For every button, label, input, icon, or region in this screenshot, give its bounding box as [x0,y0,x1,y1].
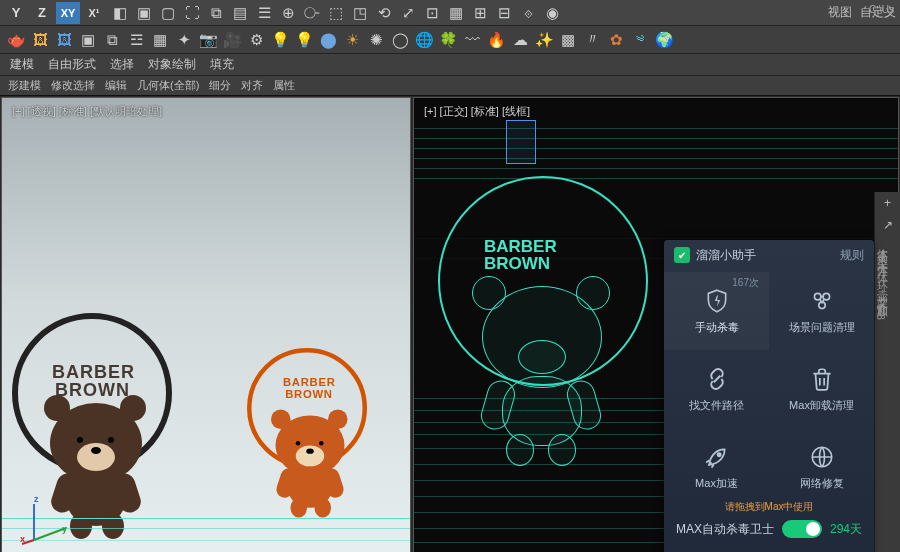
ribbon-group[interactable]: 形建模 [8,78,41,93]
sphere-icon[interactable]: ◯ [389,29,411,51]
tool-icon[interactable]: ☰ [253,2,275,24]
ribbon-group[interactable]: 对齐 [241,78,263,93]
panel-label: 类型 [875,244,890,252]
tool-icon[interactable]: ◉ [541,2,563,24]
camera-icon[interactable]: 📷 [197,29,219,51]
leaf-icon[interactable]: 🍀 [437,29,459,51]
wind-icon[interactable]: ༄ [629,29,651,51]
panel-item-scan[interactable]: 167次 手动杀毒 [664,272,769,350]
wire-label: BARBERBROWN [484,238,557,272]
tool-icon[interactable]: ⟐ [517,2,539,24]
tool-icon[interactable]: ⤢ [397,2,419,24]
star-icon[interactable]: ✺ [365,29,387,51]
tool-icon[interactable]: ▢ [157,2,179,24]
days-count: 294天 [830,521,862,538]
sphere-icon[interactable]: ⬤ [317,29,339,51]
layers-icon[interactable]: ☲ [125,29,147,51]
panel-title: 溜溜小助手 [696,247,756,264]
rocket-icon [704,444,730,470]
ribbon-tab[interactable]: 选择 [110,56,134,73]
ribbon-tab[interactable]: 对象绘制 [148,56,196,73]
panel-label: 6-8 [875,300,887,324]
axis-z-button[interactable]: Z [30,2,54,24]
panel-item-scene-clean[interactable]: 场景问题清理 [769,272,874,350]
tool-icon[interactable]: ▣ [133,2,155,24]
tool-icon[interactable]: ⧉ [205,2,227,24]
settings-icon[interactable]: ⚙ [245,29,267,51]
grid-icon[interactable]: ▦ [149,29,171,51]
image-icon[interactable]: 🖼 [29,29,51,51]
ribbon-group[interactable]: 细分 [209,78,231,93]
scan-count: 167次 [732,276,759,290]
panel-label: 体 [875,260,890,268]
tool-icon[interactable]: ⊡ [421,2,443,24]
tool-icon[interactable]: ⊟ [493,2,515,24]
link-icon [704,366,730,392]
world-icon[interactable]: 🌐 [413,29,435,51]
rules-link[interactable]: 规则 [840,247,864,264]
flower-icon[interactable]: ✿ [605,29,627,51]
trash-icon [809,366,835,392]
tool-icon[interactable]: ⟲ [373,2,395,24]
viewports: [+] [透视] [标准] [默认明暗处理] BARBERBROWN BARBE… [0,96,900,552]
effects-icon[interactable]: ✦ [173,29,195,51]
ribbon-group[interactable]: 修改选择 [51,78,95,93]
panel-label: 本体 [875,236,890,244]
tool-icon[interactable]: ▤ [229,2,251,24]
panel-label: 型文 [875,284,890,292]
ribbon-tab[interactable]: 填充 [210,56,234,73]
panel-item-find-path[interactable]: 找文件路径 [664,350,769,428]
axis-xi-button[interactable]: X¹ [82,2,106,24]
ribbon-group[interactable]: 属性 [273,78,295,93]
tool-icon[interactable]: ⧃ [301,2,323,24]
tool-icon[interactable]: ⛶ [181,2,203,24]
ribbon-tab[interactable]: 自由形式 [48,56,96,73]
wave-icon[interactable]: 〰 [461,29,483,51]
tool-icon[interactable]: ▦ [445,2,467,24]
light-icon[interactable]: 💡 [269,29,291,51]
sparkle-icon[interactable]: ✨ [533,29,555,51]
cubes-icon[interactable]: ⧉ [101,29,123,51]
ribbon-group[interactable]: 几何体(全部) [137,78,199,93]
shield-icon: ✔ [674,247,690,263]
blueprint-icon [506,120,536,164]
panel-item-uninstall[interactable]: Max卸载清理 [769,350,874,428]
command-panel: + ↗ 本体 类型 方体 体 环 壶 型文 和颜 6-8 [874,192,900,552]
pattern-icon[interactable]: ▩ [557,29,579,51]
slash-icon[interactable]: 〃 [581,29,603,51]
bolt-shield-icon [704,288,730,314]
teapot-icon[interactable]: 🫖 [5,29,27,51]
cube-icon[interactable]: ▣ [77,29,99,51]
viewport-perspective[interactable]: [+] [透视] [标准] [默认明暗处理] BARBERBROWN BARBE… [1,97,411,552]
filepath-label: C:\Us [869,4,894,15]
bulb-icon[interactable]: 💡 [293,29,315,51]
menu-view[interactable]: 视图 [828,4,852,21]
cloud-icon[interactable]: ☁ [509,29,531,51]
sun-icon[interactable]: ☀ [341,29,363,51]
tool-icon[interactable]: ⊕ [277,2,299,24]
panel-item-network[interactable]: 网络修复 [769,428,874,506]
tool-icon[interactable]: ⊞ [469,2,491,24]
ribbon-groups: 形建模 修改选择 编辑 几何体(全部) 细分 对齐 属性 [0,76,900,96]
panel-label: 壶 [875,276,890,284]
tool-icon[interactable]: ◧ [109,2,131,24]
tool-icon[interactable]: ⬚ [325,2,347,24]
image-icon[interactable]: 🖼 [53,29,75,51]
add-button[interactable]: + [875,192,900,214]
viewport-label: [+] [透视] [标准] [默认明暗处理] [12,104,162,119]
ribbon-tab[interactable]: 建模 [10,56,34,73]
toolbar-top: Y Z XY X¹ ◧ ▣ ▢ ⛶ ⧉ ▤ ☰ ⊕ ⧃ ⬚ ◳ ⟲ ⤢ ⊡ ▦ … [0,0,900,26]
panel-label: 和颜 [875,292,890,300]
tool-icon[interactable]: ◳ [349,2,371,24]
helper-panel: ✔ 溜溜小助手 规则 167次 手动杀毒 场景问题清理 找文件路径 Max卸载清… [664,240,874,552]
ribbon-group[interactable]: 编辑 [105,78,127,93]
fire-icon[interactable]: 🔥 [485,29,507,51]
axis-y-button[interactable]: Y [4,2,28,24]
panel-label: 方体 [875,252,890,260]
auto-guard-toggle[interactable] [782,520,822,538]
panel-icon[interactable]: ↗ [875,214,900,236]
axis-xy-button[interactable]: XY [56,2,80,24]
panel-item-accelerate[interactable]: Max加速 [664,428,769,506]
earth-icon[interactable]: 🌍 [653,29,675,51]
video-icon[interactable]: 🎥 [221,29,243,51]
